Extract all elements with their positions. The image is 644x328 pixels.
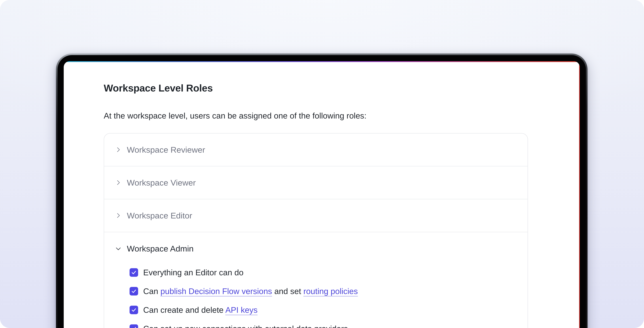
- device-bezel: Workspace Level Roles At the workspace l…: [58, 55, 586, 328]
- roles-accordion: Workspace Reviewer Workspace Viewer: [104, 133, 528, 328]
- accordion-item-label: Workspace Editor: [127, 211, 192, 220]
- link-routing-policies[interactable]: routing policies: [304, 287, 358, 296]
- permission-item: Everything an Editor can do: [130, 267, 528, 278]
- checked-checkbox-icon: [130, 287, 138, 296]
- brand-gradient-right-edge: [579, 61, 580, 328]
- accordion-item-workspace-reviewer[interactable]: Workspace Reviewer: [104, 133, 528, 166]
- checked-checkbox-icon: [130, 325, 138, 328]
- checked-checkbox-icon: [130, 306, 138, 314]
- accordion-item-label: Workspace Reviewer: [127, 145, 205, 154]
- permission-text: Can create and delete API keys: [143, 305, 258, 316]
- permission-item: Can create and delete API keys: [130, 304, 528, 316]
- chevron-right-icon: [115, 212, 122, 219]
- page-background: Workspace Level Roles At the workspace l…: [0, 0, 644, 328]
- permission-text-segment: Can set up new connections with external…: [143, 324, 348, 328]
- brand-gradient-bar: [64, 61, 580, 62]
- admin-permissions-list: Everything an Editor can do Can publish …: [104, 265, 528, 328]
- permission-item: Can set up new connections with external…: [130, 323, 528, 328]
- link-publish-decision-flow-versions[interactable]: publish Decision Flow versions: [160, 287, 272, 296]
- docs-page: Workspace Level Roles At the workspace l…: [64, 61, 580, 328]
- device-frame: Workspace Level Roles At the workspace l…: [56, 53, 588, 328]
- permission-text: Can publish Decision Flow versions and s…: [143, 286, 358, 297]
- permission-text: Can set up new connections with external…: [143, 323, 348, 328]
- intro-text: At the workspace level, users can be ass…: [104, 110, 580, 121]
- checked-checkbox-icon: [130, 268, 138, 277]
- permission-text-segment: Can create and delete: [143, 306, 225, 315]
- link-api-keys[interactable]: API keys: [225, 306, 258, 315]
- page-title: Workspace Level Roles: [104, 82, 580, 94]
- accordion-item-workspace-admin[interactable]: Workspace Admin: [104, 232, 528, 265]
- device-screen: Workspace Level Roles At the workspace l…: [64, 61, 580, 328]
- permission-text-segment: Everything an Editor can do: [143, 268, 244, 277]
- accordion-item-label: Workspace Viewer: [127, 178, 196, 187]
- permission-text-segment: and set: [272, 287, 304, 296]
- chevron-down-icon: [115, 245, 122, 252]
- accordion-item-workspace-viewer[interactable]: Workspace Viewer: [104, 166, 528, 199]
- accordion-item-label: Workspace Admin: [127, 244, 194, 253]
- permission-text: Everything an Editor can do: [143, 267, 244, 278]
- chevron-right-icon: [115, 179, 122, 186]
- permission-text-segment: Can: [143, 287, 160, 296]
- accordion-item-workspace-admin-expanded: Workspace Admin Everything an Editor can…: [104, 232, 528, 328]
- accordion-item-workspace-editor[interactable]: Workspace Editor: [104, 199, 528, 232]
- chevron-right-icon: [115, 146, 122, 153]
- permission-item: Can publish Decision Flow versions and s…: [130, 286, 528, 297]
